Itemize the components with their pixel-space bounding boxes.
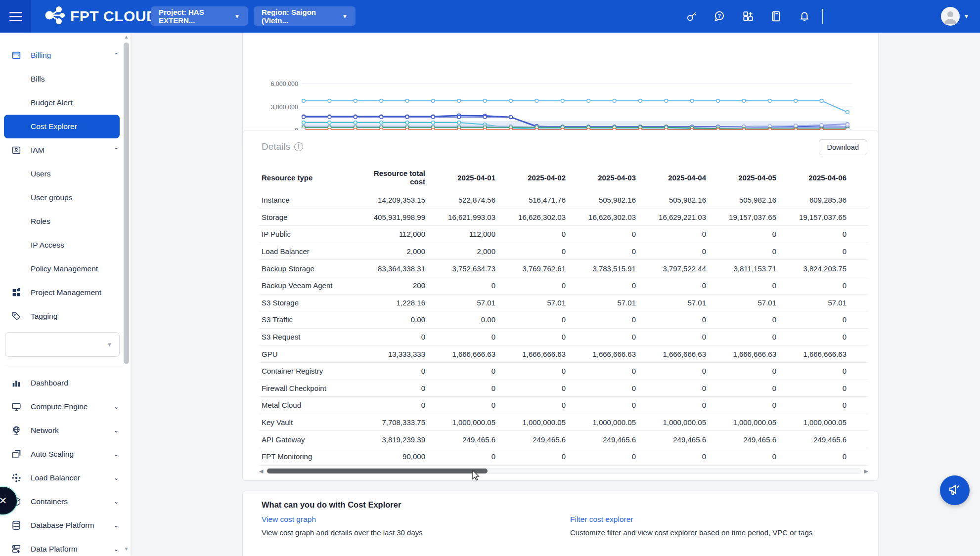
apps-icon[interactable] [734,0,762,33]
cost-cell: 3,769,762.61 [498,264,569,273]
cost-cell: 0 [709,281,779,290]
cost-cell: 16,621,993.03 [428,213,498,221]
cost-cell: 0 [779,230,849,238]
cost-cell: 0 [569,315,639,324]
scroll-right-icon[interactable]: ▶ [861,468,868,474]
cost-cell: 516,471.76 [498,196,569,204]
navbar-icons: ? [677,0,980,33]
region-selector[interactable]: Region: Saigon (Vietn... ▼ [254,6,356,26]
cost-cell: 0 [498,367,569,375]
cost-cell: 0 [709,230,779,238]
chevron-down-icon: ▼ [107,342,112,347]
sidebar-item-project-management[interactable]: Project Management [0,281,131,304]
cost-cell: 0 [639,230,709,238]
cost-cell: 405,931,998.99 [358,213,428,221]
scroll-left-icon[interactable]: ◀ [259,468,266,474]
column-header: Resource type [259,173,358,182]
sidebar-item-cost-explorer[interactable]: Cost Explorer [4,115,120,138]
view-cost-graph-link[interactable]: View cost graph [262,515,538,524]
filter-cost-explorer-link[interactable]: Filter cost explorer [570,515,847,524]
scroll-up-icon[interactable]: ▲ [123,35,130,41]
cost-cell: 249,465.6 [639,435,709,444]
sidebar-item-iam[interactable]: IAM⌃ [0,138,131,162]
cost-cell: 0 [498,401,569,409]
sidebar-item-dashboard[interactable]: Dashboard [0,371,131,395]
cost-cell: 0 [569,230,639,238]
scrollbar-thumb[interactable] [267,469,488,473]
support-icon[interactable]: ? [706,0,734,33]
cost-cell: 1,666,666.63 [639,350,709,358]
cost-cell: 1,666,666.63 [498,350,569,358]
sidebar-item-tagging[interactable]: Tagging [0,304,131,328]
tag-icon [11,311,22,322]
scroll-down-icon[interactable]: ▼ [123,547,130,553]
cost-cell: 0.00 [428,315,498,324]
cost-cell: 2,000 [428,247,498,256]
table-row: S3 Traffic0.000.0000000 [259,311,868,329]
dashboard-icon [11,378,22,388]
sidebar-item-load-balancer[interactable]: Load Balancer⌄ [0,466,131,490]
sidebar-item-bills[interactable]: Bills [0,67,131,91]
sidebar-item-containers[interactable]: Containers⌄ [0,490,131,513]
cost-cell: 0 [498,247,569,256]
sidebar-item-auto-scaling[interactable]: Auto Scaling⌄ [0,442,131,466]
chevron-down-icon: ⌄ [114,403,119,410]
svg-text:?: ? [717,13,721,19]
sidebar-scroll-thumb[interactable] [124,43,129,364]
sidebar-item-data-platform[interactable]: Data Platform⌄ [0,537,131,556]
column-header: 2025-04-02 [498,173,569,182]
scrollbar-track[interactable] [266,468,861,474]
table-row: GPU13,333,3331,666,666.631,666,666.631,6… [259,345,868,363]
table-row: Container Registry0000000 [259,363,868,380]
notifications-icon[interactable] [790,0,818,33]
main-content: 03,000,0006,000,00001 Apr 202503 Apr 202… [131,33,980,556]
chevron-down-icon: ⌄ [114,546,119,553]
sidebar-item-ip-access[interactable]: IP Access [0,233,131,257]
cost-cell: 249,465.6 [498,435,569,444]
cost-cell: 16,626,302.03 [498,213,569,221]
sidebar-item-user-groups[interactable]: User groups [0,186,131,210]
help-card-title: What can you do with Cost Explorer [262,500,401,510]
sidebar-item-compute-engine[interactable]: Compute Engine⌄ [0,395,131,419]
key-icon[interactable] [677,0,706,33]
navbar-divider [822,9,823,24]
details-title: Details i [262,141,303,152]
compute-icon [11,401,22,412]
sidebar-item-billing[interactable]: Billing⌃ [0,43,131,67]
cost-explorer-help-card: What can you do with Cost Explorer View … [242,491,879,556]
sidebar-item-budget-alert[interactable]: Budget Alert [0,91,131,115]
cost-cell: 3,797,522.44 [639,264,709,273]
sidebar-item-users[interactable]: Users [0,162,131,186]
sidebar-filter-select[interactable]: ▼ [5,332,120,357]
brand-logo[interactable]: FPT CLOUD [44,0,157,33]
cost-cell: 505,982.16 [709,196,779,204]
help-item: Filter cost explorer Customize filter an… [570,515,847,537]
cost-cell: 249,465.6 [428,435,498,444]
cost-cell: 0 [569,333,639,341]
cost-cell: 0 [639,401,709,409]
user-menu[interactable]: ▼ [941,7,969,26]
sidebar-item-roles[interactable]: Roles [0,210,131,233]
download-button[interactable]: Download [819,139,868,155]
project-selector[interactable]: Project: HAS EXTERN... ▼ [151,6,248,26]
cost-cell: 0 [639,315,709,324]
cost-cell: 0 [358,333,428,341]
cost-cell: 3,824,203.75 [779,264,849,273]
sidebar-item-network[interactable]: Network⌄ [0,419,131,442]
chevron-up-icon: ⌃ [114,52,119,59]
docs-icon[interactable] [762,0,790,33]
cost-cell: 200 [358,281,428,290]
sidebar-item-database-platform[interactable]: Database Platform⌄ [0,513,131,537]
cost-cell: 57.01 [569,299,639,307]
announcements-fab[interactable] [940,475,970,505]
cost-cell: 57.01 [498,299,569,307]
resource-type-cell: Metal Cloud [259,401,358,409]
menu-icon[interactable] [0,0,31,33]
avatar [941,7,960,26]
resource-type-cell: Load Balancer [259,247,358,256]
cost-cell: 505,982.16 [639,196,709,204]
cost-cell: 0 [639,247,709,256]
info-icon[interactable]: i [294,142,303,151]
table-row: Load Balancer2,0002,00000000 [259,243,868,260]
sidebar-item-policy-management[interactable]: Policy Management [0,257,131,281]
